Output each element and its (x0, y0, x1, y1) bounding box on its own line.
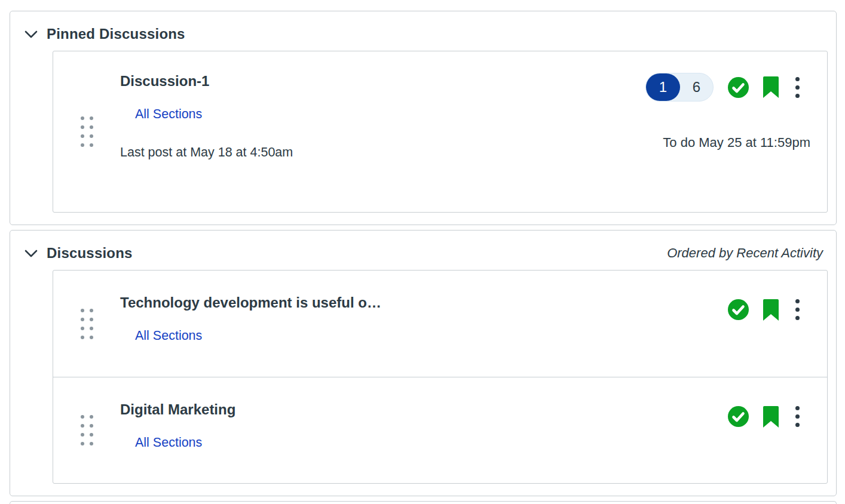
drag-dot (81, 309, 84, 312)
kebab-dot (795, 406, 800, 410)
kebab-dot (795, 308, 800, 312)
discussion-row-main: Digital Marketing All Sections (120, 377, 461, 483)
drag-dot (81, 424, 84, 428)
discussion-title-link[interactable]: Digital Marketing (120, 401, 235, 419)
chevron-down-icon (25, 250, 38, 257)
drag-dot (81, 433, 84, 437)
drag-dot (81, 336, 84, 339)
drag-dot (90, 336, 93, 339)
discussion-row-right (728, 377, 827, 483)
kebab-dot (795, 299, 800, 303)
subscribed-bookmark-icon[interactable] (763, 406, 779, 428)
drag-handle-dots[interactable] (78, 114, 96, 149)
drag-dot (90, 433, 93, 437)
drag-dot (81, 327, 84, 330)
discussion-row: Digital Marketing All Sections (53, 377, 827, 483)
discussions-section-toggle[interactable]: Discussions (25, 245, 133, 262)
discussion-card-right: 1 6 (645, 51, 827, 212)
discussions-section-header: Discussions Ordered by Recent Activity (10, 231, 836, 270)
drag-dot (90, 318, 93, 321)
drag-dot (81, 442, 84, 445)
published-check-icon[interactable] (728, 406, 749, 427)
discussion-row-right (728, 271, 827, 377)
all-sections-link[interactable]: All Sections (135, 328, 202, 343)
drag-dot (81, 125, 84, 129)
all-sections-link[interactable]: All Sections (135, 107, 202, 122)
pinned-discussions-section: Pinned Discussions Discussion-1 All Sect… (10, 11, 837, 225)
drag-dot (81, 143, 84, 147)
drag-dot (90, 424, 93, 428)
last-post-text: Last post at May 18 at 4:50am (120, 140, 311, 165)
status-icon-row (728, 298, 802, 321)
discussion-title-link[interactable]: Technology development is useful o… (120, 294, 381, 312)
kebab-dot (795, 316, 800, 320)
kebab-menu-icon[interactable] (793, 405, 802, 428)
drag-dot (90, 415, 93, 419)
discussions-list: Technology development is useful o… All … (53, 270, 828, 484)
kebab-menu-icon[interactable] (793, 76, 802, 99)
discussion-row-main: Technology development is useful o… All … (120, 271, 461, 377)
drag-dot (90, 327, 93, 330)
published-check-icon[interactable] (728, 77, 749, 98)
drag-dot (90, 125, 93, 129)
drag-dot (90, 143, 93, 147)
drag-dot (81, 116, 84, 120)
drag-dot (81, 318, 84, 321)
kebab-dot (795, 423, 800, 427)
kebab-dot (795, 77, 800, 81)
todo-date: To do May 25 at 11:59pm (663, 135, 810, 150)
discussions-section: Discussions Ordered by Recent Activity T… (10, 230, 837, 496)
published-check-icon[interactable] (728, 299, 749, 320)
drag-dot (81, 415, 84, 419)
section-title: Pinned Discussions (47, 26, 185, 42)
subscribed-bookmark-icon[interactable] (763, 299, 779, 321)
drag-handle-dots[interactable] (78, 306, 96, 342)
next-section-partial (10, 501, 837, 504)
kebab-menu-icon[interactable] (793, 298, 802, 321)
section-title: Discussions (47, 245, 133, 262)
reply-count-pill[interactable]: 1 6 (645, 73, 714, 102)
reply-count-badge: 6 (680, 73, 713, 101)
status-icon-row (728, 405, 802, 428)
drag-dot (90, 442, 93, 445)
drag-handle-dots[interactable] (78, 413, 96, 448)
pinned-section-toggle[interactable]: Pinned Discussions (25, 26, 185, 42)
drag-dot (81, 134, 84, 138)
discussion-card-main: Discussion-1 All Sections Last post at M… (120, 51, 321, 212)
drag-column (53, 377, 120, 483)
drag-dot (90, 309, 93, 312)
drag-column (53, 271, 120, 377)
unread-count-badge: 1 (646, 73, 680, 101)
kebab-dot (795, 85, 800, 90)
status-icon-row: 1 6 (645, 73, 802, 102)
discussion-card-pinned: Discussion-1 All Sections Last post at M… (53, 51, 828, 213)
subscribed-bookmark-icon[interactable] (763, 76, 779, 98)
discussions-page: Pinned Discussions Discussion-1 All Sect… (0, 0, 845, 504)
discussion-row: Technology development is useful o… All … (53, 271, 827, 377)
kebab-dot (795, 414, 800, 419)
kebab-dot (795, 94, 800, 98)
pinned-section-header: Pinned Discussions (10, 11, 836, 51)
drag-dot (90, 116, 93, 120)
discussion-title-link[interactable]: Discussion-1 (120, 73, 209, 90)
all-sections-link[interactable]: All Sections (135, 435, 202, 450)
chevron-down-icon (25, 30, 38, 38)
drag-dot (90, 134, 93, 138)
drag-column (53, 51, 120, 212)
order-note: Ordered by Recent Activity (667, 245, 823, 261)
